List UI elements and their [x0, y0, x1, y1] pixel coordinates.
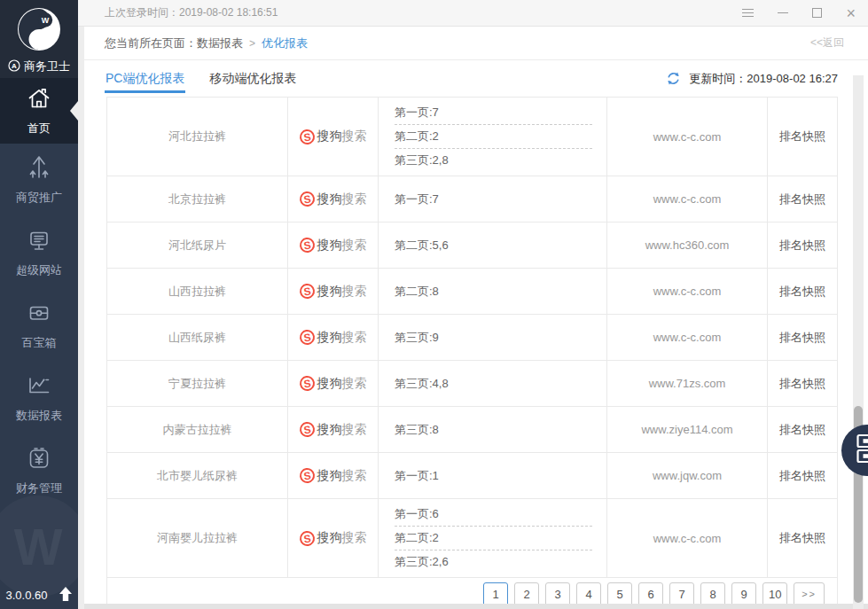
active-item-notch — [70, 101, 78, 121]
website-cell: www.ziye114.com — [607, 407, 768, 452]
engine-cell: S 搜狗搜索 — [288, 269, 379, 314]
page-rank: 第二页:2 — [395, 527, 592, 550]
page-button-6[interactable]: 6 — [638, 582, 663, 606]
tab-pc-report[interactable]: PC端优化报表 — [105, 60, 185, 97]
page-rank: 第三页:9 — [395, 326, 592, 349]
page-button-7[interactable]: 7 — [669, 582, 694, 606]
website-cell: www.c-c.com — [607, 499, 768, 577]
page-rank: 第一页:7 — [395, 101, 592, 125]
svg-text:W: W — [42, 16, 50, 25]
sidebar-item-data-reports[interactable]: 数据报表 — [0, 362, 78, 434]
keyword-cell: 宁夏拉拉裤 — [107, 361, 288, 406]
page-rank: 第一页:7 — [395, 188, 592, 211]
keyword-cell: 内蒙古拉拉裤 — [107, 407, 288, 452]
brand-name: 商务卫士 — [24, 59, 70, 74]
last-login-label: 上次登录时间：2019-08-02 18:16:51 — [105, 5, 278, 20]
window-minimize-icon[interactable] — [778, 7, 788, 20]
snapshot-link[interactable]: 排名快照 — [768, 361, 837, 406]
website-cell: www.c-c.com — [607, 315, 768, 360]
website-cell: www.hc360.com — [607, 223, 768, 268]
snapshot-link[interactable]: 排名快照 — [768, 98, 837, 176]
pages-cell: 第一页:7第二页:2第三页:2,8 — [379, 98, 607, 176]
engine-cell: S 搜狗搜索 — [288, 176, 379, 222]
snapshot-link[interactable]: 排名快照 — [768, 223, 837, 268]
engine-brand: 搜狗 — [317, 422, 342, 436]
keyword-cell: 河北拉拉裤 — [107, 98, 288, 176]
horizontal-scrollbar-track[interactable] — [84, 604, 868, 609]
engine-brand: 搜狗 — [317, 129, 342, 143]
snapshot-link[interactable]: 排名快照 — [768, 315, 837, 360]
sogou-icon: S — [298, 128, 315, 144]
page-rank: 第二页:2 — [395, 125, 592, 149]
page-rank: 第一页:1 — [395, 465, 592, 488]
sidebar-item-label: 首页 — [27, 121, 51, 137]
page-button-2[interactable]: 2 — [514, 582, 539, 606]
snapshot-link[interactable]: 排名快照 — [768, 176, 837, 222]
page-button-10[interactable]: 10 — [762, 582, 787, 606]
window-close-icon[interactable]: × — [846, 7, 856, 20]
website-icon — [26, 227, 52, 256]
table-row: 内蒙古拉拉裤 S 搜狗搜索 第三页:8 www.ziye114.com 排名快照 — [107, 407, 837, 453]
promotion-icon — [26, 154, 52, 183]
page-rank: 第三页:4,8 — [395, 372, 592, 395]
table-row: 北京拉拉裤 S 搜狗搜索 第一页:7 www.c-c.com 排名快照 — [107, 176, 837, 223]
version-label: 3.0.0.60 — [6, 589, 48, 602]
window-menu-icon[interactable] — [742, 7, 754, 20]
engine-word: 搜索 — [342, 468, 367, 482]
snapshot-link[interactable]: 排名快照 — [768, 269, 837, 314]
breadcrumb-current[interactable]: 优化报表 — [262, 35, 308, 51]
pages-cell: 第一页:1 — [379, 453, 607, 498]
window-titlebar: 上次登录时间：2019-08-02 18:16:51 × — [78, 0, 868, 27]
home-icon — [26, 85, 52, 114]
pages-cell: 第三页:8 — [379, 407, 607, 452]
engine-brand: 搜狗 — [317, 530, 342, 544]
sidebar-nav: 首页 商贸推广 超级网站 — [0, 78, 78, 507]
page-button-1[interactable]: 1 — [483, 582, 508, 606]
snapshot-link[interactable]: 排名快照 — [768, 499, 837, 577]
refresh-icon[interactable] — [666, 71, 681, 86]
page-button-9[interactable]: 9 — [731, 582, 756, 606]
engine-brand: 搜狗 — [317, 191, 342, 206]
vertical-scrollbar-track[interactable] — [853, 75, 864, 609]
back-link[interactable]: <<返回 — [810, 35, 844, 51]
finance-icon — [26, 445, 52, 474]
engine-brand: 搜狗 — [317, 468, 342, 482]
page-button-5[interactable]: 5 — [607, 582, 632, 606]
keyword-cell: 河南婴儿拉拉裤 — [107, 499, 288, 577]
table-row: 河北纸尿片 S 搜狗搜索 第二页:5,6 www.hc360.com 排名快照 — [107, 223, 837, 269]
sogou-icon: S — [298, 375, 315, 392]
table-row: 河北拉拉裤 S 搜狗搜索 第一页:7第二页:2第三页:2,8 www.c-c.c… — [107, 98, 837, 176]
content-panel: 您当前所在页面：数据报表 > 优化报表 <<返回 PC端优化报表 移动端优化报表… — [84, 27, 868, 609]
engine-word: 搜索 — [342, 284, 367, 298]
sogou-icon: S — [298, 329, 315, 346]
sidebar-item-home[interactable]: 首页 — [0, 78, 78, 144]
engine-brand: 搜狗 — [317, 330, 342, 344]
page-rank: 第二页:5,6 — [395, 234, 592, 257]
page-button-8[interactable]: 8 — [700, 582, 725, 606]
sidebar-item-label: 商贸推广 — [16, 190, 62, 206]
sidebar-item-promotion[interactable]: 商贸推广 — [0, 144, 78, 216]
snapshot-link[interactable]: 排名快照 — [768, 453, 837, 498]
sidebar-item-label: 财务管理 — [16, 480, 62, 496]
qr-code-icon — [856, 433, 868, 467]
app-logo-icon: W — [17, 7, 61, 55]
window-maximize-icon[interactable] — [812, 7, 822, 20]
table-row: 山西拉拉裤 S 搜狗搜索 第二页:8 www.c-c.com 排名快照 — [107, 269, 837, 315]
snapshot-link[interactable]: 排名快照 — [768, 407, 837, 452]
engine-brand: 搜狗 — [317, 376, 342, 390]
engine-word: 搜索 — [342, 376, 367, 390]
website-cell: www.c-c.com — [607, 269, 768, 314]
sidebar-item-super-website[interactable]: 超级网站 — [0, 216, 78, 289]
page-button-3[interactable]: 3 — [545, 582, 570, 606]
engine-cell: S 搜狗搜索 — [288, 453, 379, 498]
pages-cell: 第一页:6第二页:2第三页:2,6 — [379, 499, 607, 577]
sidebar-item-toolbox[interactable]: 百宝箱 — [0, 289, 78, 362]
page-button-4[interactable]: 4 — [576, 582, 601, 606]
svg-text:A: A — [12, 62, 17, 70]
next-page-button[interactable]: >> — [794, 582, 825, 606]
keyword-cell: 山西纸尿裤 — [107, 315, 288, 360]
tab-mobile-report[interactable]: 移动端优化报表 — [208, 60, 297, 97]
upgrade-arrow-icon[interactable] — [59, 586, 73, 605]
engine-word: 搜索 — [342, 129, 367, 143]
sidebar-item-label: 超级网站 — [16, 262, 62, 278]
